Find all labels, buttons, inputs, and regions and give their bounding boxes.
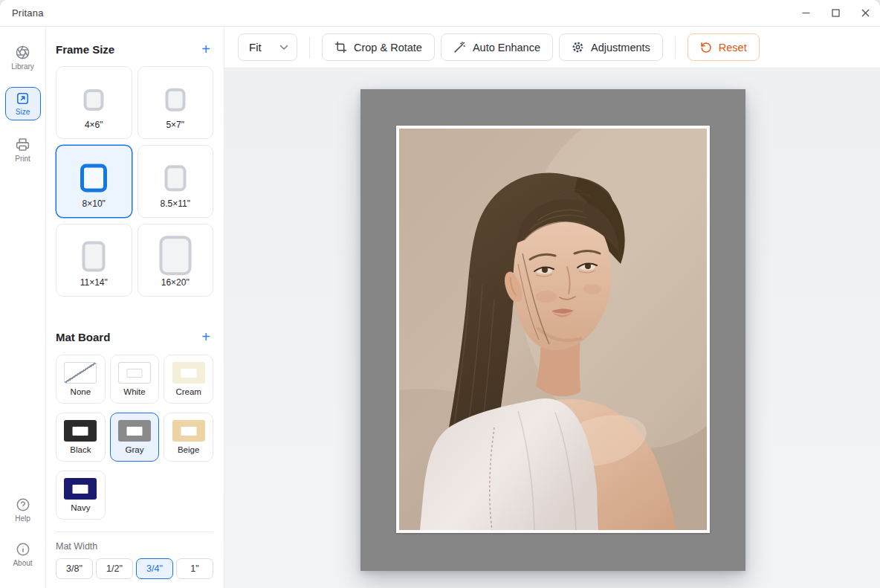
- mat-width-option-3-4[interactable]: 3/4": [136, 558, 173, 579]
- mat-board-grid: None White Cream Black: [56, 355, 213, 520]
- mat-navy-swatch: [64, 478, 97, 500]
- frame-size-title: Frame Size: [56, 43, 114, 56]
- printer-icon: [15, 137, 30, 152]
- crop-icon: [334, 41, 347, 54]
- mat-option-beige[interactable]: Beige: [164, 413, 213, 462]
- add-frame-size-button[interactable]: +: [198, 42, 213, 56]
- frame-proportion-icon: [84, 89, 104, 111]
- mat-none-swatch: [64, 362, 97, 384]
- close-button[interactable]: [850, 0, 880, 26]
- mat-white-swatch: [118, 362, 151, 384]
- crop-rotate-button[interactable]: Crop & Rotate: [322, 33, 435, 61]
- minimize-button[interactable]: [791, 0, 821, 26]
- frame-proportion-icon: [159, 236, 191, 275]
- photo-preview: [399, 129, 707, 530]
- portrait-illustration: [399, 129, 707, 530]
- resize-icon: [16, 91, 30, 106]
- rail-label-help: Help: [15, 514, 30, 523]
- toolbar-divider: [309, 36, 310, 59]
- toolbar-divider: [675, 36, 676, 59]
- mat-option-cream[interactable]: Cream: [164, 355, 213, 404]
- mat-option-white[interactable]: White: [110, 355, 160, 404]
- panel-divider: [56, 532, 213, 532]
- frame-size-grid: 4×6" 5×7" 8×10" 8.5×11" 11×14": [56, 66, 213, 297]
- mat-width-option-3-8[interactable]: 3/8": [56, 558, 93, 579]
- options-panel: Frame Size + 4×6" 5×7" 8×10" 8.: [46, 27, 224, 588]
- rail-item-size[interactable]: Size: [5, 87, 41, 120]
- maximize-icon: [832, 9, 840, 17]
- mat-gray-swatch: [118, 420, 151, 442]
- gear-icon: [572, 41, 584, 54]
- title-bar: Pritana: [0, 0, 880, 27]
- mat-option-navy[interactable]: Navy: [56, 471, 106, 520]
- frame-size-option-4x6[interactable]: 4×6": [56, 66, 132, 139]
- maximize-button[interactable]: [821, 0, 850, 26]
- preview-canvas: [224, 68, 880, 588]
- mat-option-gray[interactable]: Gray: [110, 413, 160, 462]
- mat-beige-swatch: [172, 420, 205, 442]
- rail-label-size: Size: [16, 108, 30, 116]
- add-mat-board-button[interactable]: +: [198, 329, 213, 344]
- rail-item-about[interactable]: About: [5, 537, 41, 572]
- adjustments-button[interactable]: Adjustments: [559, 33, 663, 61]
- rotate-ccw-icon: [700, 42, 712, 54]
- frame-size-option-16x20[interactable]: 16×20": [138, 224, 214, 297]
- mat-width-option-1-2[interactable]: 1/2": [96, 558, 133, 579]
- rail-item-library[interactable]: Library: [5, 40, 41, 75]
- frame-size-option-5x7[interactable]: 5×7": [138, 66, 214, 139]
- reset-button[interactable]: Reset: [688, 33, 760, 61]
- frame-proportion-icon: [164, 165, 186, 191]
- nav-rail: Library Size Print Help About: [0, 27, 46, 588]
- rail-label-print: Print: [15, 155, 30, 163]
- chevron-down-icon: [279, 45, 288, 51]
- rail-label-library: Library: [11, 62, 34, 71]
- mat-option-none[interactable]: None: [56, 355, 106, 404]
- mat-width-group: 3/8" 1/2" 3/4" 1": [56, 558, 213, 579]
- frame-proportion-icon: [82, 242, 106, 272]
- rail-item-help[interactable]: Help: [5, 493, 41, 527]
- mat-opening: [396, 126, 710, 533]
- frame-size-option-8.5x11[interactable]: 8.5×11": [138, 145, 214, 218]
- rail-item-print[interactable]: Print: [5, 132, 41, 167]
- frame-proportion-icon: [80, 164, 107, 192]
- info-circle-icon: [16, 542, 30, 557]
- zoom-fit-select[interactable]: Fit: [238, 33, 297, 61]
- mat-width-option-1[interactable]: 1": [176, 558, 213, 579]
- mat-board-preview: [360, 89, 745, 571]
- mat-option-black[interactable]: Black: [56, 413, 106, 462]
- frame-size-option-8x10[interactable]: 8×10": [56, 145, 132, 218]
- mat-width-title: Mat Width: [56, 541, 213, 552]
- aperture-icon: [15, 45, 30, 60]
- auto-enhance-button[interactable]: Auto Enhance: [441, 33, 553, 61]
- window-controls: [791, 0, 880, 26]
- zoom-fit-value: Fit: [249, 41, 262, 54]
- app-window: Pritana Library Size: [0, 0, 880, 588]
- wand-icon: [453, 41, 466, 54]
- mat-board-title: Mat Board: [56, 331, 110, 343]
- minimize-icon: [802, 9, 810, 17]
- mat-cream-swatch: [172, 362, 205, 384]
- mat-black-swatch: [64, 420, 97, 442]
- frame-proportion-icon: [165, 88, 185, 112]
- app-title: Pritana: [12, 7, 44, 19]
- frame-size-option-11x14[interactable]: 11×14": [56, 224, 132, 297]
- editor-main: Fit Crop & Rotate Auto Enhance Adjustmen…: [224, 27, 880, 588]
- rail-label-about: About: [13, 559, 32, 567]
- editor-toolbar: Fit Crop & Rotate Auto Enhance Adjustmen…: [224, 27, 880, 68]
- close-icon: [861, 9, 870, 17]
- question-circle-icon: [16, 497, 30, 512]
